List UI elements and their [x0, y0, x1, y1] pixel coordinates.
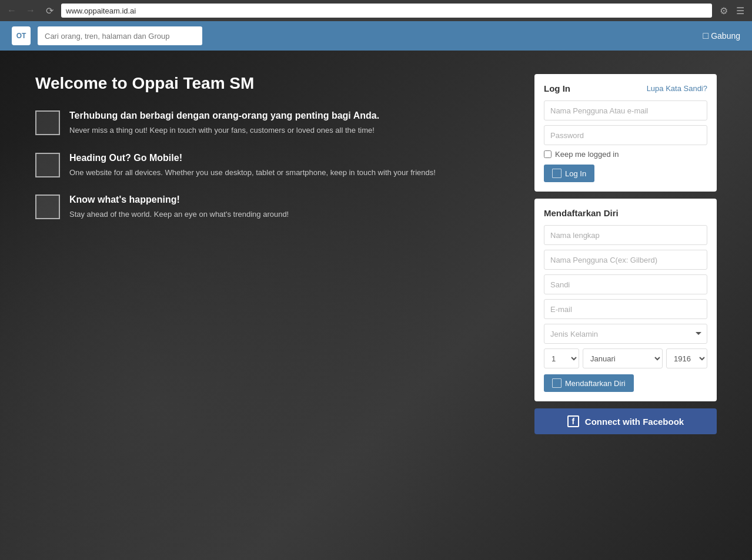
login-button-icon: [552, 169, 562, 178]
feature-icon-1: [35, 110, 60, 135]
forward-button[interactable]: →: [24, 4, 38, 18]
dob-row: 12345 678910 1112131415 1617181920 21222…: [544, 348, 707, 368]
login-form-title: Log In: [544, 83, 570, 93]
dob-month-select[interactable]: JanuariFebruariMaretApril MeiJuniJuliAgu…: [583, 348, 663, 368]
dob-day-select[interactable]: 12345 678910 1112131415 1617181920 21222…: [544, 348, 579, 368]
feature-text-2: Heading Out? Go Mobile! One website for …: [69, 153, 436, 179]
feature-body-1: Never miss a thing out! Keep in touch wi…: [69, 125, 379, 136]
extensions-icon[interactable]: ⚙: [717, 4, 731, 18]
login-form-card: Log In Lupa Kata Sandi? Keep me logged i…: [534, 74, 717, 192]
keep-logged-checkbox[interactable]: [544, 150, 552, 158]
password-input[interactable]: [544, 125, 707, 145]
join-button[interactable]: □ Gabung: [703, 31, 741, 41]
username-input[interactable]: [544, 100, 707, 120]
register-form-header: Mendaftarkan Diri: [544, 208, 707, 218]
back-button[interactable]: ←: [5, 4, 19, 18]
feature-text-3: Know what's happening! Stay ahead of the…: [69, 195, 289, 220]
search-input[interactable]: [38, 26, 202, 45]
fullname-input[interactable]: [544, 225, 707, 245]
feature-item-2: Heading Out? Go Mobile! One website for …: [35, 153, 511, 179]
navbar: OT □ Gabung: [0, 21, 752, 51]
dob-year-select[interactable]: 19161917191819191920 1990199520002005201…: [666, 348, 707, 368]
left-content: Welcome to Oppai Team SM Terhubung dan b…: [35, 74, 511, 536]
login-form-header: Log In Lupa Kata Sandi?: [544, 83, 707, 93]
feature-body-2: One website for all devices. Whether you…: [69, 167, 436, 179]
keep-logged-label: Keep me logged in: [555, 150, 619, 159]
menu-icon[interactable]: ☰: [733, 4, 747, 18]
browser-icons: ⚙ ☰: [717, 4, 747, 18]
register-button[interactable]: Mendaftarkan Diri: [544, 374, 634, 392]
gender-select[interactable]: Jenis Kelamin Laki-laki Perempuan: [544, 324, 707, 344]
register-button-icon: [552, 378, 562, 388]
reg-username-input[interactable]: [544, 250, 707, 270]
feature-heading-3: Know what's happening!: [69, 195, 289, 205]
site-logo: OT: [12, 26, 31, 45]
main-area: Welcome to Oppai Team SM Terhubung dan b…: [0, 51, 752, 560]
feature-body-3: Stay ahead of the world. Keep an eye on …: [69, 209, 289, 220]
join-icon: □: [703, 31, 709, 41]
forgot-password-link[interactable]: Lupa Kata Sandi?: [647, 84, 707, 93]
facebook-connect-button[interactable]: f Connect with Facebook: [534, 408, 717, 434]
keep-logged-row: Keep me logged in: [544, 150, 707, 159]
browser-chrome: ← → ⟳ www.oppaiteam.id.ai ⚙ ☰: [0, 0, 752, 21]
right-content: Log In Lupa Kata Sandi? Keep me logged i…: [534, 74, 717, 536]
reg-password-input[interactable]: [544, 274, 707, 294]
feature-text-1: Terhubung dan berbagi dengan orang-orang…: [69, 110, 379, 136]
feature-icon-2: [35, 153, 60, 177]
facebook-icon: f: [567, 415, 579, 427]
login-button[interactable]: Log In: [544, 165, 594, 182]
address-bar[interactable]: www.oppaiteam.id.ai: [61, 4, 712, 18]
register-form-title: Mendaftarkan Diri: [544, 208, 619, 218]
feature-icon-3: [35, 195, 60, 219]
content-wrapper: Welcome to Oppai Team SM Terhubung dan b…: [0, 51, 752, 560]
welcome-title: Welcome to Oppai Team SM: [35, 74, 511, 93]
feature-item-1: Terhubung dan berbagi dengan orang-orang…: [35, 110, 511, 136]
register-form-card: Mendaftarkan Diri Jenis Kelamin Laki-lak…: [534, 199, 717, 401]
reg-email-input[interactable]: [544, 299, 707, 319]
feature-heading-2: Heading Out? Go Mobile!: [69, 153, 436, 163]
feature-heading-1: Terhubung dan berbagi dengan orang-orang…: [69, 110, 379, 121]
url-text: www.oppaiteam.id.ai: [66, 6, 136, 15]
refresh-button[interactable]: ⟳: [42, 4, 56, 18]
feature-item-3: Know what's happening! Stay ahead of the…: [35, 195, 511, 220]
